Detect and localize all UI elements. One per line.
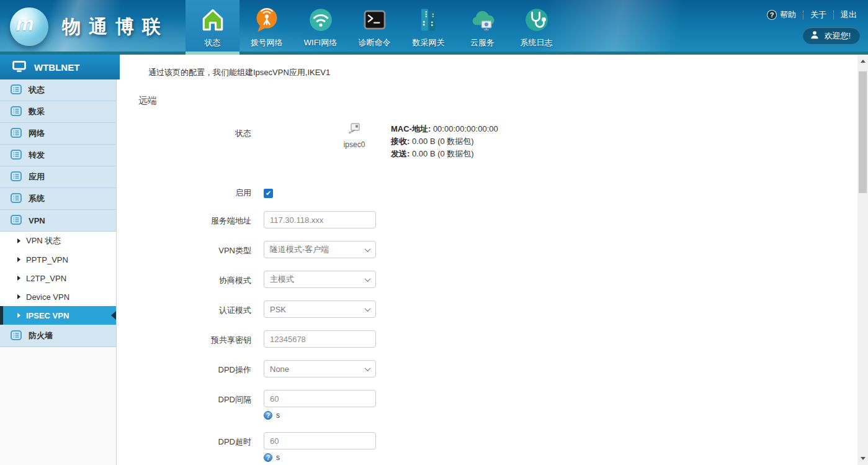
chevron-down-icon <box>365 365 371 371</box>
main-content: 通过该页的配置，我们能组建IpsecVPN应用,IKEV1 远端 状态 ipse… <box>117 55 857 465</box>
sidebar-item-pptp-vpn[interactable]: PPTP_VPN <box>0 250 116 269</box>
triangle-icon <box>17 257 20 262</box>
list-icon <box>11 106 22 118</box>
welcome-badge[interactable]: 欢迎您! <box>803 27 860 44</box>
logo-sphere-icon: m <box>10 7 48 46</box>
triangle-icon <box>17 276 20 281</box>
sidebar-item-vpn-status[interactable]: VPN 状态 <box>0 232 116 250</box>
scroll-up-arrow[interactable] <box>857 56 868 66</box>
cloud-icon <box>468 6 497 34</box>
psk-input[interactable] <box>264 330 376 348</box>
router-admin-page: m 物通博联 状态 拨号 <box>0 0 868 465</box>
brand-name: 物通博联 <box>62 14 169 40</box>
list-icon <box>11 128 22 140</box>
interface-name: ipsec0 <box>335 140 374 149</box>
dpd-interval-input[interactable] <box>264 390 376 407</box>
wifi-icon <box>306 6 335 34</box>
list-icon <box>11 215 22 227</box>
chevron-down-icon <box>365 305 371 312</box>
logout-link[interactable]: 退出 <box>841 9 857 20</box>
vpn-submenu: VPN 状态 PPTP_VPN L2TP_VPN Device VPN IPSE… <box>0 232 116 325</box>
sidebar-item-network[interactable]: 网络 <box>0 123 116 145</box>
terminal-icon <box>360 6 389 34</box>
help-link[interactable]: ? 帮助 <box>767 9 796 20</box>
status-row: 状态 ipsec0 MAC-地址: 00:00:00:00:00:00 接收: … <box>117 123 857 160</box>
negotiation-mode-select[interactable]: 主模式 <box>264 271 376 288</box>
dpd-action-row: DPD操作 None <box>117 360 857 377</box>
vpn-type-row: VPN类型 隧道模式-客户端 <box>117 241 857 258</box>
dpd-timeout-row: DPD超时 ? s <box>117 432 857 462</box>
top-nav-tabs: 状态 拨号网络 <box>186 0 563 55</box>
chevron-down-icon <box>365 276 371 282</box>
tab-diagnostic-command[interactable]: 诊断命令 <box>347 0 401 55</box>
server-address-row: 服务端地址 <box>117 211 857 228</box>
sidebar-item-system[interactable]: 系统 <box>0 188 116 210</box>
sidebar-item-forwarding[interactable]: 转发 <box>0 145 116 166</box>
sidebar-item-vpn[interactable]: VPN <box>0 210 116 232</box>
user-icon <box>810 30 819 41</box>
dialup-icon <box>253 6 281 34</box>
top-header: m 物通博联 状态 拨号 <box>0 0 868 55</box>
scroll-down-arrow[interactable] <box>857 453 868 464</box>
page-description: 通过该页的配置，我们能组建IpsecVPN应用,IKEV1 <box>148 67 857 78</box>
sidebar-item-ipsec-vpn[interactable]: IPSEC VPN <box>0 306 116 325</box>
vpn-type-select[interactable]: 隧道模式-客户端 <box>264 241 376 258</box>
gateway-icon <box>414 6 443 34</box>
vertical-scrollbar[interactable] <box>857 55 868 465</box>
sidebar: WTBLNET 状态 数采 网络 转发 应用 系统 VPN <box>0 55 117 465</box>
sidebar-item-firewall[interactable]: 防火墙 <box>0 325 116 347</box>
server-address-input[interactable] <box>264 211 376 228</box>
status-label: 状态 <box>117 123 251 160</box>
question-help-icon[interactable]: ? <box>264 411 272 420</box>
tx-line: 发送: 0.00 B (0 数据包) <box>391 148 498 160</box>
dpd-interval-unit: ? s <box>264 411 376 420</box>
sidebar-item-data-acquisition[interactable]: 数采 <box>0 101 116 123</box>
monitor-icon <box>12 61 26 74</box>
device-name: WTBLNET <box>34 62 79 73</box>
link-separator <box>803 11 803 19</box>
triangle-icon <box>17 294 20 299</box>
tab-wifi-network[interactable]: WIFI网络 <box>293 0 347 55</box>
scrollbar-thumb[interactable] <box>859 71 867 193</box>
about-link[interactable]: 关于 <box>810 9 826 20</box>
enable-checkbox[interactable]: ✔ <box>264 189 273 198</box>
dpd-timeout-unit: ? s <box>264 453 376 462</box>
header-utility-links: ? 帮助 关于 退出 <box>767 9 857 20</box>
list-icon <box>11 193 22 205</box>
network-interface-icon <box>348 125 360 136</box>
auth-mode-row: 认证模式 PSK <box>117 300 857 318</box>
triangle-icon <box>17 313 20 318</box>
psk-row: 预共享密钥 <box>117 330 857 348</box>
list-icon <box>11 171 22 183</box>
enable-row: 启用 ✔ <box>117 187 857 199</box>
dpd-timeout-input[interactable] <box>264 432 376 449</box>
list-icon <box>11 150 22 161</box>
list-icon <box>11 330 22 342</box>
home-icon <box>199 6 227 34</box>
brand-logo: m 物通博联 <box>10 7 169 46</box>
tab-system-log[interactable]: 系统日志 <box>509 0 563 55</box>
negotiation-mode-row: 协商模式 主模式 <box>117 271 857 288</box>
tab-dialup-network[interactable]: 拨号网络 <box>239 0 293 55</box>
sidebar-item-application[interactable]: 应用 <box>0 166 116 188</box>
dpd-interval-row: DPD间隔 ? s <box>117 390 857 420</box>
sidebar-item-device-vpn[interactable]: Device VPN <box>0 287 116 306</box>
tab-data-gateway[interactable]: 数采网关 <box>401 0 455 55</box>
chevron-down-icon <box>365 246 371 252</box>
interface-block: ipsec0 <box>335 123 374 160</box>
auth-mode-select[interactable]: PSK <box>264 300 376 318</box>
tab-status[interactable]: 状态 <box>186 0 239 55</box>
sidebar-item-l2tp-vpn[interactable]: L2TP_VPN <box>0 269 116 287</box>
dpd-action-select[interactable]: None <box>264 360 376 377</box>
link-separator <box>833 11 834 19</box>
mac-line: MAC-地址: 00:00:00:00:00:00 <box>391 123 498 135</box>
tab-cloud-service[interactable]: 云服务 <box>455 0 509 55</box>
help-icon: ? <box>767 10 777 20</box>
question-help-icon[interactable]: ? <box>264 453 272 462</box>
list-icon <box>11 84 22 96</box>
triangle-icon <box>17 238 20 243</box>
sidebar-item-status[interactable]: 状态 <box>0 79 116 101</box>
rx-line: 接收: 0.00 B (0 数据包) <box>391 135 498 148</box>
status-info: MAC-地址: 00:00:00:00:00:00 接收: 0.00 B (0 … <box>391 123 498 160</box>
sidebar-device-header: WTBLNET <box>0 55 120 79</box>
